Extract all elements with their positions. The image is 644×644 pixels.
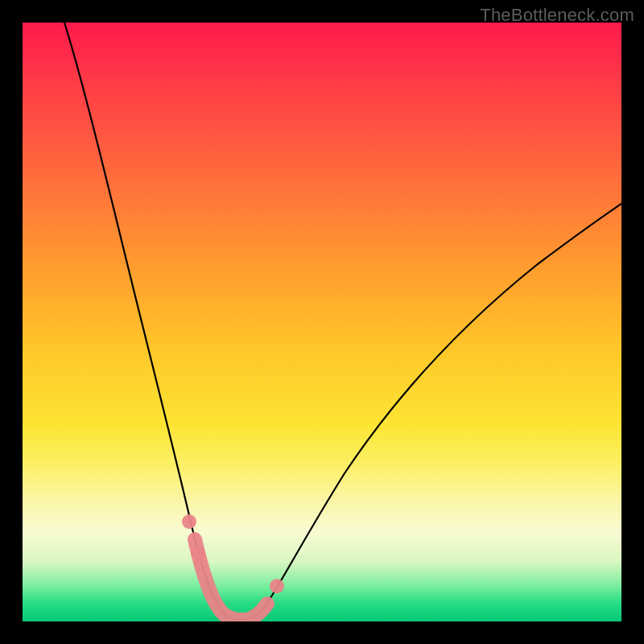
plot-area bbox=[23, 23, 621, 621]
optimal-range-end-dot bbox=[270, 579, 284, 593]
chart-svg bbox=[23, 23, 621, 621]
chart-frame: TheBottleneck.com bbox=[0, 0, 644, 644]
optimal-range-start-dot bbox=[182, 514, 196, 529]
optimal-range-dot-2 bbox=[191, 547, 205, 561]
watermark-text: TheBottleneck.com bbox=[480, 5, 634, 26]
bottleneck-curve bbox=[64, 23, 621, 620]
optimal-range-marker bbox=[195, 539, 267, 620]
